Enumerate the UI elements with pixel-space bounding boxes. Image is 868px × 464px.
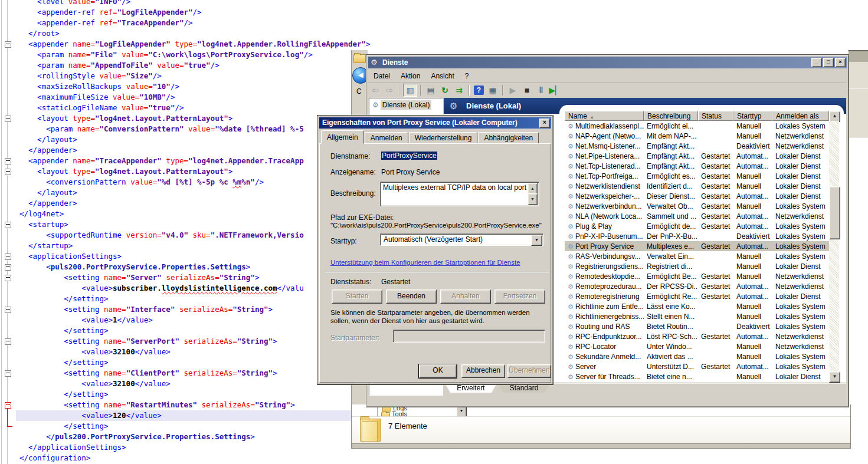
service-row[interactable]: ⚙RPC-LocatorUnter Windo...ManuellNetzwer… — [565, 341, 829, 351]
service-row[interactable]: ⚙Server für Threads...Bietet eine n...Ma… — [565, 371, 829, 381]
tab-allgemein[interactable]: Allgemein — [321, 130, 364, 144]
refresh-icon[interactable]: ↻ — [438, 84, 451, 96]
maximize-button[interactable]: □ — [823, 58, 834, 67]
close-button[interactable]: × — [835, 58, 846, 67]
service-row[interactable]: ⚙Netzwerkspeicher-...Dieser Dienst...Ges… — [565, 191, 829, 201]
export-list-icon[interactable]: ⇉ — [453, 84, 466, 96]
explorer-item[interactable]: Tools — [392, 410, 407, 416]
abbrechen-button[interactable]: Abbrechen — [461, 364, 505, 378]
service-row[interactable]: ⚙Remotedesktopdie...Ermöglicht Be...Gest… — [565, 271, 829, 281]
fold-toggle-icon[interactable] — [5, 116, 11, 122]
dialog-titlebar[interactable]: Eigenschaften von Port Proxy Service (Lo… — [319, 117, 551, 129]
scroll-up-icon[interactable]: ▲ — [528, 183, 538, 195]
column-header-beschreibung[interactable]: Beschreibung — [644, 111, 698, 121]
service-cell: Mit dem NAP-... — [644, 132, 698, 140]
fold-toggle-icon[interactable] — [5, 307, 11, 313]
tree-item-dienste-lokal[interactable]: ⚙ Dienste (Lokal) — [371, 100, 441, 110]
bernehmen-button[interactable]: Übernehmen — [507, 364, 551, 378]
starttyp-value: Automatisch (Verzögerter Start) — [384, 235, 483, 243]
service-row[interactable]: ⚙NetzwerklistendienstIdentifiziert d...G… — [565, 181, 829, 191]
minimize-button[interactable]: _ — [811, 58, 822, 67]
code-line: <value>subscriber.lloydslistintelligence… — [19, 283, 304, 294]
ok-button[interactable]: OK — [419, 364, 457, 378]
scroll-down-icon[interactable]: ▼ — [829, 371, 840, 383]
startoptions-help-link[interactable]: Unterstützung beim Konfigurieren der Sta… — [330, 259, 520, 266]
service-row[interactable]: ⚙Net.Tcp-Portfreiga...Ermöglicht es...Ge… — [565, 171, 829, 181]
menu-ansicht[interactable]: Ansicht — [425, 72, 459, 80]
service-row[interactable]: ⚙Net.Tcp-Listenerad...Empfängt Akt...Ges… — [565, 161, 829, 171]
back-icon[interactable]: ⇦ — [369, 84, 382, 96]
start-service-icon[interactable]: ▶ — [506, 84, 519, 96]
close-icon[interactable]: × — [539, 119, 550, 128]
help-icon[interactable]: ? — [474, 85, 484, 95]
service-row[interactable]: ⚙ServerUnterstützt D...GestartetAutomat.… — [565, 361, 829, 371]
gear-icon: ⚙ — [568, 283, 574, 290]
extended-view-icon[interactable]: ▦ — [486, 84, 499, 96]
service-cell: Manuell — [733, 262, 772, 271]
restart-service-icon[interactable]: ▶▏ — [549, 84, 562, 96]
fold-toggle-icon[interactable] — [5, 169, 11, 175]
service-cell: Sammelt und ... — [644, 212, 698, 221]
vertical-scrollbar[interactable]: ▲ ▼ — [829, 111, 839, 381]
fold-toggle-icon[interactable] — [5, 402, 11, 409]
service-row[interactable]: ⚙Net.Msmq-Listener...Empfängt Akt...Deak… — [565, 141, 829, 151]
menu-datei[interactable]: Datei — [368, 72, 395, 80]
show-console-tree-icon[interactable]: ▥ — [403, 84, 417, 97]
service-cell: Empfängt Akt... — [644, 142, 698, 150]
service-row[interactable]: ⚙RemoteregistrierungErmöglicht Re...Gest… — [565, 291, 829, 301]
fold-toggle-icon[interactable] — [5, 338, 11, 345]
fold-toggle-icon[interactable] — [5, 275, 11, 281]
column-header-starttyp[interactable]: Starttyp — [733, 111, 772, 121]
service-row[interactable]: ⚙Multimediaklassenpl...Ermöglicht ei...M… — [565, 121, 829, 131]
service-row[interactable]: ⚙Sekundäre Anmeld...Aktiviert das ...Man… — [565, 351, 829, 361]
menu-aktion[interactable]: Aktion — [395, 72, 425, 80]
service-row[interactable]: ⚙Richtlinienergebniss...Stellt einen N..… — [565, 311, 829, 321]
service-row[interactable]: ⚙Plug & PlayErmöglicht de...GestartetAut… — [565, 221, 829, 231]
service-row[interactable]: ⚙Registrierungsdiens...Registriert di...… — [565, 261, 829, 271]
gear-icon: ⚙ — [568, 263, 574, 270]
chevron-down-icon[interactable]: ▼ — [531, 235, 542, 246]
service-row[interactable]: ⚙Netzwerkverbindun...Verwaltet Ob...Gest… — [565, 201, 829, 211]
scrollbar-track[interactable] — [829, 121, 839, 371]
service-row[interactable]: ⚙Net.Pipe-Listenera...Empfängt Akt...Ges… — [565, 151, 829, 161]
service-row[interactable]: ⚙RAS-Verbindungsv...Verwaltet Ein...Manu… — [565, 251, 829, 261]
pause-service-icon[interactable]: ‖ — [535, 84, 548, 96]
column-header-name[interactable]: Name▴ — [565, 111, 644, 121]
fold-toggle-icon[interactable] — [5, 158, 11, 164]
service-row[interactable]: ⚙PnP-X-IP-Busenum...Der PnP-X-Bu...Deakt… — [565, 231, 829, 241]
tab-abhängigkeiten[interactable]: Abhängigkeiten — [478, 132, 539, 144]
beschreibung-label: Beschreibung: — [330, 189, 376, 198]
forward-icon[interactable]: ⇨ — [383, 84, 396, 96]
scroll-down-icon[interactable]: ▼ — [528, 193, 538, 205]
service-row[interactable]: ⚙Richtlinie zum Entfe...Lässt eine Ko...… — [565, 301, 829, 311]
stop-service-icon[interactable]: ■ — [520, 84, 533, 96]
fold-toggle-icon[interactable] — [5, 370, 11, 377]
starttyp-combobox[interactable]: Automatisch (Verzögerter Start) ▼ — [380, 233, 543, 246]
service-row[interactable]: ⚙NLA (Network Loca...Sammelt und ...Gest… — [565, 211, 829, 221]
fold-toggle-icon[interactable] — [5, 254, 11, 260]
service-row[interactable]: ⚙NAP-Agent (Netwo...Mit dem NAP-...Manue… — [565, 131, 829, 141]
service-row[interactable]: ⚙Remoteprozedurau...Der RPCSS-Di...Gesta… — [565, 281, 829, 291]
scrollbar-thumb[interactable] — [829, 186, 840, 239]
screen: <level value="INFO"/> <appender-ref ref=… — [0, 0, 868, 464]
column-header-status[interactable]: Status — [698, 111, 733, 121]
column-header-anmelden-als[interactable]: Anmelden als — [772, 111, 829, 121]
dienstname-value[interactable]: PortProxyService — [381, 152, 437, 160]
toolbar: ⇦⇨▥▤↻⇉?▦▶■‖▶▏ — [368, 82, 847, 98]
beschreibung-textbox[interactable]: Multiplexes external TCP/IP data on loca… — [380, 182, 539, 206]
fold-toggle-icon[interactable] — [5, 222, 11, 228]
startparameter-input[interactable] — [393, 330, 545, 343]
beenden-button[interactable]: Beenden — [386, 289, 437, 304]
properties-icon[interactable]: ▤ — [424, 84, 437, 96]
service-row[interactable]: ⚙Routing und RASBietet Routin...Deaktivi… — [565, 321, 829, 331]
fold-toggle-icon[interactable] — [5, 264, 11, 271]
service-row[interactable]: ⚙RPC-Endpunktzuor...Löst RPC-Sch...Gesta… — [565, 331, 829, 341]
service-cell: Manuell — [733, 202, 772, 210]
tab-wiederherstellung[interactable]: Wiederherstellung — [409, 132, 478, 144]
services-titlebar[interactable]: ⚙ Dienste _□× — [368, 57, 847, 68]
fold-toggle-icon[interactable] — [5, 41, 11, 48]
code-line: </applicationSettings> — [19, 442, 126, 453]
tab-anmelden[interactable]: Anmelden — [365, 132, 408, 144]
menu-help[interactable]: ? — [460, 72, 474, 80]
service-row[interactable]: ⚙Port Proxy ServiceMultiplexes e...Gesta… — [565, 241, 829, 251]
